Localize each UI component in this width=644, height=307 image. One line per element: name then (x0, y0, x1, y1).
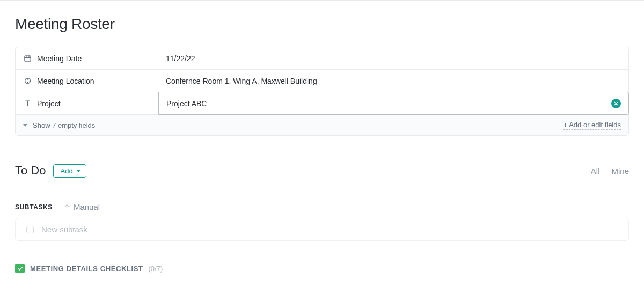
checklist-header[interactable]: MEETING DETAILS CHECKLIST (0/7) (15, 264, 629, 273)
chevron-down-icon (76, 170, 80, 172)
field-label: Project (16, 92, 158, 114)
field-row-meeting-location: Meeting Location Confernce Room 1, Wing … (16, 70, 628, 92)
text-icon (23, 99, 32, 108)
clear-icon[interactable] (611, 99, 621, 108)
checkmark-icon (15, 264, 25, 273)
fields-table: Meeting Date 11/22/22 Meeting Location C… (15, 47, 629, 136)
project-input[interactable] (166, 99, 607, 108)
page-title: Meeting Roster (15, 16, 629, 33)
field-label: Meeting Location (16, 70, 158, 92)
fields-footer: Show 7 empty fields + Add or edit fields (16, 115, 628, 135)
todo-section: To Do Add All Mine SUBTASKS Manual (15, 164, 629, 273)
checklist-count: (0/7) (148, 265, 163, 273)
field-label-text: Meeting Location (37, 77, 94, 85)
subtasks-header: SUBTASKS Manual (15, 202, 629, 211)
todo-heading: To Do (15, 164, 46, 178)
add-button[interactable]: Add (53, 164, 86, 178)
todo-header: To Do Add All Mine (15, 164, 629, 178)
field-row-meeting-date: Meeting Date 11/22/22 (16, 47, 628, 70)
add-button-label: Add (60, 167, 72, 175)
field-label-text: Meeting Date (37, 54, 82, 63)
filter-tabs: All Mine (591, 166, 629, 176)
filter-mine[interactable]: Mine (611, 166, 629, 176)
svg-rect-0 (24, 56, 30, 61)
location-icon (23, 77, 32, 85)
show-empty-label: Show 7 empty fields (33, 121, 95, 129)
checkbox-icon (26, 226, 34, 233)
field-value-meeting-location[interactable]: Confernce Room 1, Wing A, Maxwell Buildi… (158, 70, 628, 92)
calendar-icon (23, 54, 32, 63)
field-value-text: Confernce Room 1, Wing A, Maxwell Buildi… (166, 77, 317, 85)
field-row-project: Project (16, 92, 628, 115)
field-value-text: 11/22/22 (166, 54, 195, 63)
sort-mode-label: Manual (74, 202, 100, 211)
field-value-project[interactable] (158, 92, 629, 115)
filter-all[interactable]: All (591, 166, 600, 176)
field-label: Meeting Date (16, 47, 158, 69)
add-edit-fields-button[interactable]: + Add or edit fields (564, 121, 621, 130)
new-subtask-input[interactable] (41, 225, 618, 234)
sort-mode-toggle[interactable]: Manual (63, 202, 100, 211)
chevron-down-icon (23, 124, 27, 127)
field-value-meeting-date[interactable]: 11/22/22 (158, 47, 628, 69)
field-label-text: Project (37, 99, 61, 108)
new-subtask-row[interactable] (15, 218, 629, 241)
checklist-title: MEETING DETAILS CHECKLIST (30, 265, 143, 273)
todo-heading-group: To Do Add (15, 164, 86, 178)
show-empty-fields-toggle[interactable]: Show 7 empty fields (23, 121, 95, 129)
subtasks-label: SUBTASKS (15, 203, 53, 211)
arrow-up-icon (63, 203, 70, 210)
